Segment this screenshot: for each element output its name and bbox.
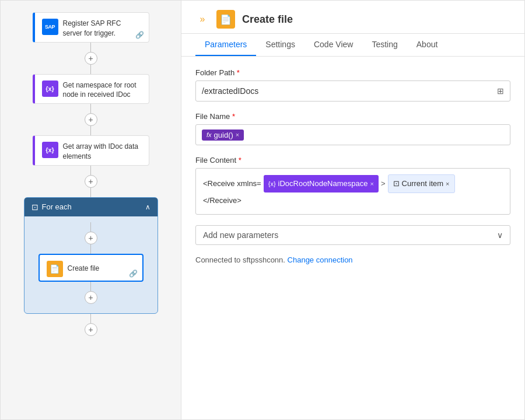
connector-line (90, 188, 91, 197)
folder-picker-icon[interactable]: ⊞ (497, 86, 504, 96)
tabs-row: Parameters Settings Code View Testing Ab… (181, 34, 524, 57)
panel-title: Create file (242, 13, 293, 26)
xmlns-token: {x} iDocRootNodeNamespace × (264, 175, 379, 192)
add-step-button-1[interactable]: + (85, 52, 97, 65)
foreach-icon: ⊡ (32, 202, 38, 212)
create-file-icon: 📄 (47, 261, 63, 277)
tab-settings[interactable]: Settings (256, 34, 304, 56)
connector-line (90, 166, 91, 175)
connection-info: Connected to sftpsshconn. Change connect… (195, 256, 510, 264)
current-item-token: ⊡ Current item × (388, 174, 455, 193)
flow-node-get-array: {x} Get array with IDoc data elements (1, 135, 181, 166)
variable-icon-1: {x} (42, 80, 58, 97)
file-content-required: * (239, 156, 242, 164)
flow-node-register-sap: SAP Register SAP RFC server for trigger.… (1, 12, 181, 43)
connector-line (90, 222, 91, 232)
right-header: » 📄 Create file (181, 1, 524, 34)
foreach-label: For each (42, 202, 72, 211)
tab-code-view[interactable]: Code View (304, 34, 362, 56)
node-get-namespace[interactable]: {x} Get namespace for root node in recei… (33, 74, 149, 104)
tab-testing[interactable]: Testing (362, 34, 407, 56)
foreach-inner: + 📄 Create file 🔗 + (24, 216, 158, 304)
foreach-header-left: ⊡ For each (32, 202, 72, 212)
connector-line (90, 244, 91, 254)
connector-line (90, 65, 91, 74)
connector-2: + (85, 104, 97, 135)
node-get-array[interactable]: {x} Get array with IDoc data elements (33, 135, 149, 166)
foreach-collapse-button[interactable]: ∧ (145, 203, 150, 211)
guid-value: guid() (214, 131, 233, 139)
right-panel: » 📄 Create file Parameters Settings Code… (181, 1, 524, 419)
tab-parameters[interactable]: Parameters (195, 34, 256, 56)
left-panel: SAP Register SAP RFC server for trigger.… (1, 1, 181, 419)
create-file-text: Create file (68, 264, 135, 274)
folder-path-label: Folder Path * (195, 68, 510, 77)
sap-icon: SAP (42, 19, 58, 35)
folder-path-required: * (237, 68, 240, 77)
connector-line (90, 314, 91, 323)
node-register-sap-text: Register SAP RFC server for trigger. (63, 19, 142, 38)
node-get-namespace-text: Get namespace for root node in received … (63, 80, 142, 100)
connector-3: + (85, 166, 97, 197)
connector-line (90, 126, 91, 135)
file-name-field: File Name * fx guid() × (195, 112, 510, 145)
file-name-required: * (232, 112, 235, 121)
connector-line (90, 282, 91, 291)
tab-about[interactable]: About (407, 34, 447, 56)
current-item-label: Current item (402, 176, 444, 191)
add-step-button-bottom[interactable]: + (85, 323, 97, 336)
folder-path-input[interactable]: /extractedIDocs ⊞ (195, 80, 510, 102)
folder-path-field: Folder Path * /extractedIDocs ⊞ (195, 68, 510, 102)
add-step-button-2[interactable]: + (85, 113, 97, 126)
xmlns-token-close[interactable]: × (370, 177, 374, 190)
link-icon: 🔗 (135, 31, 144, 39)
create-file-link-icon: 🔗 (129, 270, 138, 278)
connector-foreach-bottom: + (85, 282, 97, 304)
expand-icon[interactable]: » (195, 12, 209, 26)
receive-open-tag: <Receive xmlns= (203, 176, 261, 191)
xmlns-label: iDocRootNodeNamespace (278, 176, 368, 191)
file-name-label: File Name * (195, 112, 510, 121)
guid-token-close[interactable]: × (236, 131, 239, 138)
connector-line (90, 43, 91, 52)
connector-foreach-top: + (85, 222, 97, 254)
add-step-button-foreach[interactable]: + (85, 232, 97, 244)
guid-token: fx guid() × (202, 130, 244, 141)
xmlns-icon: {x} (268, 177, 276, 190)
node-create-file[interactable]: 📄 Create file 🔗 (38, 254, 144, 282)
connector-1: + (85, 43, 97, 74)
file-name-input[interactable]: fx guid() × (195, 124, 510, 145)
add-params-label: Add new parameters (203, 230, 278, 240)
panel-title-icon: 📄 (216, 10, 235, 29)
current-item-icon: ⊡ (393, 176, 400, 191)
file-content-label: File Content * (195, 156, 510, 164)
add-step-button-3[interactable]: + (85, 175, 97, 188)
foreach-container: ⊡ For each ∧ + 📄 Create file 🔗 + (24, 197, 158, 314)
fx-prefix: fx (206, 131, 212, 138)
file-content-line1: <Receive xmlns= {x} iDocRootNodeNamespac… (203, 174, 503, 193)
folder-path-value: /extractedIDocs (202, 86, 258, 96)
add-step-button-foreach-end[interactable]: + (85, 291, 97, 304)
file-content-input[interactable]: <Receive xmlns= {x} iDocRootNodeNamespac… (195, 168, 510, 215)
connector-bottom: + (85, 314, 97, 336)
file-content-field: File Content * <Receive xmlns= {x} iDocR… (195, 156, 510, 215)
folder-path-input-wrapper: /extractedIDocs ⊞ (195, 80, 510, 102)
flow-node-get-namespace: {x} Get namespace for root node in recei… (1, 74, 181, 104)
foreach-header[interactable]: ⊡ For each ∧ (24, 198, 158, 216)
gt-symbol: > (381, 176, 386, 191)
change-connection-link[interactable]: Change connection (288, 256, 353, 264)
node-register-sap[interactable]: SAP Register SAP RFC server for trigger.… (33, 12, 149, 43)
node-get-array-text: Get array with IDoc data elements (63, 142, 142, 162)
receive-close-tag: </Receive> (203, 193, 242, 208)
current-item-token-close[interactable]: × (446, 177, 449, 190)
variable-icon-2: {x} (42, 142, 58, 158)
connection-text: Connected to sftpsshconn. (195, 256, 285, 264)
add-params-chevron: ∨ (497, 230, 503, 240)
file-content-line2: </Receive> (203, 193, 503, 208)
connector-line (90, 104, 91, 113)
add-params-button[interactable]: Add new parameters ∨ (195, 225, 510, 245)
params-section: Folder Path * /extractedIDocs ⊞ File Nam… (181, 57, 524, 276)
